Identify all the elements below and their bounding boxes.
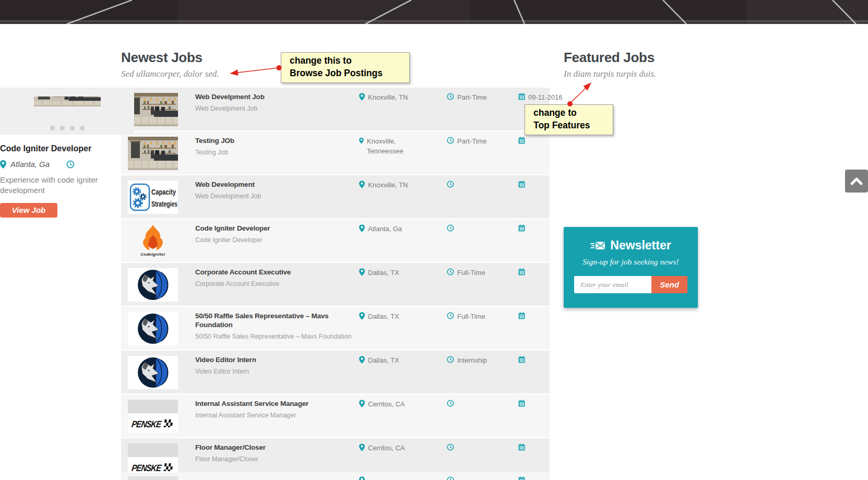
- job-location: Dallas, TX: [359, 356, 421, 366]
- job-title[interactable]: Web Develpment Job: [195, 93, 354, 102]
- featured-job-title[interactable]: Code Igniter Developer: [0, 144, 134, 153]
- job-date: [518, 268, 570, 275]
- job-title[interactable]: Internal Assistant Service Manager: [195, 400, 354, 409]
- job-title[interactable]: 50/50 Raffle Sales Representative – Mavs…: [195, 312, 354, 330]
- newsletter-title: Newsletter: [610, 238, 671, 253]
- featured-job-details: Code Igniter Developer Atlanta, Ga Exper…: [0, 144, 134, 218]
- job-title[interactable]: Testing JOb: [195, 137, 354, 146]
- featured-job-card[interactable]: [0, 88, 134, 135]
- job-type: [447, 224, 504, 232]
- job-row[interactable]: Code Igniter Developer Code Igniter Deve…: [121, 219, 550, 262]
- job-board-page: Newest Jobs Sed ullamcorper, dolor sed. …: [0, 0, 868, 480]
- job-title[interactable]: Web Development: [195, 181, 354, 189]
- job-type: Internship: [447, 356, 504, 366]
- job-title[interactable]: Corporate Account Executive: [195, 268, 354, 277]
- email-input[interactable]: [574, 276, 651, 293]
- job-text: Code Igniter Developer Code Igniter Deve…: [195, 224, 359, 244]
- carousel-dot[interactable]: [80, 126, 85, 130]
- job-subtitle: Code Igniter Developer: [195, 236, 354, 244]
- newsletter-form: Send: [574, 276, 687, 293]
- job-type: Full-Time: [447, 312, 504, 322]
- featured-carousel-image: [34, 97, 101, 116]
- job-title[interactable]: Code Igniter Developer: [195, 224, 354, 233]
- job-type: [447, 181, 504, 188]
- job-text: Web Develpment Job Web Develpment Job: [195, 93, 359, 112]
- job-subtitle: Testing Job: [195, 149, 354, 156]
- clock-icon: [447, 181, 454, 188]
- clock-icon: [447, 476, 454, 480]
- clock-icon: [447, 443, 454, 451]
- job-title[interactable]: Video Editor Intern: [195, 356, 354, 365]
- carousel-dots: [0, 123, 134, 133]
- job-row-partial[interactable]: [121, 472, 550, 480]
- company-logo: [128, 356, 178, 389]
- clock-icon: [447, 268, 454, 275]
- calendar-icon: [518, 181, 525, 188]
- featured-jobs-subtitle: In diam turpis turpis duis.: [564, 69, 772, 79]
- job-row[interactable]: 50/50 Raffle Sales Representative – Mavs…: [121, 307, 550, 350]
- job-row[interactable]: Video Editor Intern Video Editor Intern …: [121, 351, 550, 393]
- company-logo: [128, 224, 178, 258]
- annotation-browse-job-postings: change this to Browse Job Postings: [281, 52, 410, 83]
- job-date: [518, 137, 570, 144]
- carousel-dot[interactable]: [70, 126, 75, 130]
- job-row[interactable]: Web Development Web Development Job Knox…: [121, 175, 550, 218]
- newsletter-subtitle: Sign-up for job seeking news!: [564, 257, 698, 267]
- job-row[interactable]: Corporate Account Executive Corporate Ac…: [121, 263, 550, 306]
- job-text: Web Development Web Development Job: [195, 181, 359, 200]
- job-row[interactable]: Internal Assistant Service Manager Inter…: [121, 394, 550, 437]
- map-pin-icon: [359, 224, 365, 232]
- job-location: Knoxville, TN: [359, 181, 421, 190]
- job-type: [447, 443, 504, 451]
- job-text: Internal Assistant Service Manager Inter…: [195, 400, 359, 419]
- company-logo: [128, 268, 178, 302]
- job-date: [518, 312, 570, 319]
- envelope-send-icon: [590, 241, 606, 251]
- map-pin-icon: [359, 400, 365, 407]
- header-banner-photo: [0, 0, 868, 24]
- job-location: Cerritos, CA: [359, 443, 421, 453]
- job-type: [447, 400, 504, 407]
- map-pin-icon: [359, 268, 365, 276]
- map-pin-icon: [0, 160, 6, 169]
- job-date: [518, 400, 570, 407]
- calendar-icon: [518, 400, 525, 407]
- job-subtitle: 50/50 Raffle Sales Representative – Mavs…: [195, 333, 354, 340]
- send-button[interactable]: Send: [651, 276, 687, 293]
- job-type: Part-Time: [447, 137, 504, 147]
- job-subtitle: Web Develpment Job: [195, 105, 354, 112]
- clock-icon: [447, 356, 454, 363]
- calendar-icon: [518, 443, 525, 451]
- job-text: Video Editor Intern Video Editor Intern: [195, 356, 359, 375]
- job-row[interactable]: Testing JOb Testing Job Knoxville, Tenne…: [121, 131, 550, 174]
- job-list: Web Develpment Job Web Develpment Job Kn…: [121, 88, 550, 480]
- job-subtitle: Floor Manager/Closer: [195, 455, 354, 463]
- map-pin-icon: [359, 476, 365, 480]
- job-row[interactable]: Web Develpment Job Web Develpment Job Kn…: [121, 88, 550, 130]
- job-date: [518, 224, 570, 232]
- newsletter-panel: Newsletter Sign-up for job seeking news!…: [564, 227, 698, 308]
- job-text: Testing JOb Testing Job: [195, 137, 359, 156]
- annotation-top-features: change to Top Features: [525, 104, 613, 135]
- annotation-line: Browse Job Postings: [290, 67, 404, 80]
- job-subtitle: Corporate Account Executive: [195, 280, 354, 287]
- view-job-button[interactable]: View Job: [0, 203, 57, 218]
- job-location: Knoxville, TN: [359, 93, 421, 103]
- calendar-icon: [518, 268, 525, 275]
- scroll-to-top-button[interactable]: [845, 170, 868, 193]
- clock-icon: [66, 160, 75, 169]
- annotation-line: Top Features: [533, 119, 608, 132]
- featured-jobs-header: Featured Jobs In diam turpis turpis duis…: [564, 50, 772, 79]
- job-text: Floor Manager/Closer Floor Manager/Close…: [195, 443, 359, 463]
- job-title[interactable]: Floor Manager/Closer: [195, 443, 354, 452]
- carousel-dot[interactable]: [60, 126, 65, 130]
- job-subtitle: Web Development Job: [195, 193, 354, 200]
- carousel-dot[interactable]: [50, 126, 55, 130]
- annotation-line: change to: [533, 107, 608, 119]
- job-location: Dallas, TX: [359, 312, 421, 322]
- job-subtitle: Internal Assistant Service Manager: [195, 412, 354, 419]
- calendar-icon: [518, 476, 525, 480]
- clock-icon: [447, 312, 454, 319]
- clock-icon: [447, 137, 454, 144]
- job-text: Corporate Account Executive Corporate Ac…: [195, 268, 359, 287]
